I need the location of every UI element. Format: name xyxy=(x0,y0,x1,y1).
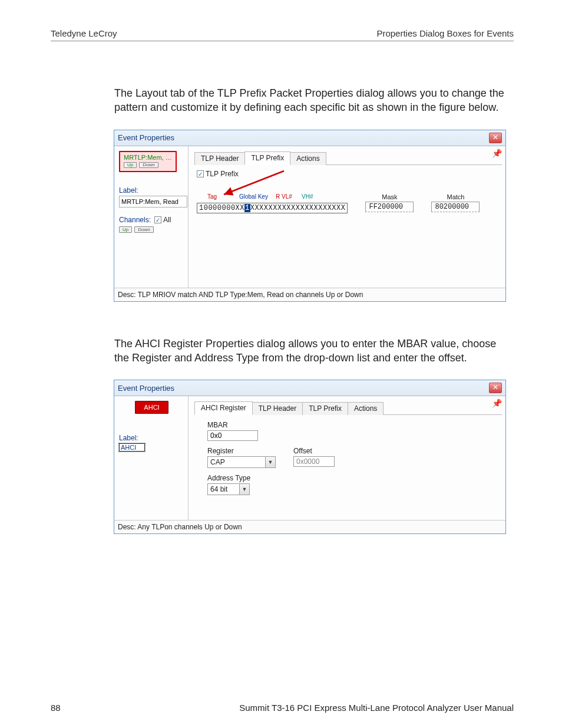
bit-label-globalkey: Global Key xyxy=(239,193,268,200)
event-label-input[interactable] xyxy=(119,196,187,207)
register-value: CAP xyxy=(208,458,265,466)
mbar-input[interactable] xyxy=(207,430,258,441)
tab-actions[interactable]: Actions xyxy=(348,402,384,415)
label-caption: Label: xyxy=(119,434,184,442)
manual-title: Summit T3-16 PCI Express Multi-Lane Prot… xyxy=(239,703,514,713)
checkbox-icon: ✓ xyxy=(197,170,204,177)
pin-icon[interactable]: 📌 xyxy=(492,398,502,408)
match-label: Match xyxy=(431,193,480,200)
dialog-tabs: AHCI Register TLP Header TLP Prefix Acti… xyxy=(194,401,502,415)
dialog-left-pane: AHCI Label: AHCI xyxy=(114,396,189,520)
match-column: Match 80200000 xyxy=(431,193,480,212)
page-footer: 88 Summit T3-16 PCI Express Multi-Lane P… xyxy=(51,703,514,713)
dialog-right-pane: 📌 AHCI Register TLP Header TLP Prefix Ac… xyxy=(189,396,505,520)
dialog-description: Desc: Any TLPon channels Up or Down xyxy=(114,520,505,533)
pin-icon[interactable]: 📌 xyxy=(492,149,502,158)
header-right: Properties Dialog Boxes for Events xyxy=(376,28,514,38)
mask-value[interactable]: FF200000 xyxy=(365,202,414,212)
event-badge-label: MRTLP:Mem, … xyxy=(124,154,172,161)
chevron-down-icon: ▼ xyxy=(265,457,275,467)
register-label: Register xyxy=(207,447,276,455)
addrtype-value: 64 bit xyxy=(208,485,239,493)
tab-ahci-register[interactable]: AHCI Register xyxy=(194,401,253,415)
addrtype-label: Address Type xyxy=(207,474,502,482)
close-icon[interactable]: ✕ xyxy=(489,133,502,143)
event-properties-dialog-ahci: Event Properties ✕ AHCI Label: AHCI 📌 AH… xyxy=(114,380,505,533)
event-badge-ahci[interactable]: AHCI xyxy=(135,401,168,414)
mbar-label: MBAR xyxy=(207,421,502,429)
dialog-right-pane: 📌 TLP Header TLP Prefix Actions ✓ TLP P xyxy=(189,146,505,288)
svg-line-0 xyxy=(224,171,284,195)
event-label-input[interactable]: AHCI xyxy=(119,443,145,452)
channels-up-button[interactable]: Up xyxy=(119,226,132,233)
direction-up-button[interactable]: Up xyxy=(124,162,137,169)
tab-tlp-prefix[interactable]: TLP Prefix xyxy=(244,151,290,165)
intro-paragraph-tlp: The Layout tab of the TLP Prefix Packet … xyxy=(114,86,514,115)
event-badge-tlp[interactable]: MRTLP:Mem, … Up Down xyxy=(119,151,177,173)
bit-pattern-field[interactable]: 10000000XX1XXXXXXXXXXXXXXXXXXXXX xyxy=(197,203,348,213)
chevron-down-icon: ▼ xyxy=(239,484,249,495)
addrtype-select[interactable]: 64 bit ▼ xyxy=(207,483,250,495)
close-icon[interactable]: ✕ xyxy=(489,383,502,393)
checkbox-icon: ✓ xyxy=(154,216,161,223)
channels-all-label: All xyxy=(163,216,171,224)
dialog-titlebar: Event Properties ✕ xyxy=(114,130,505,146)
mask-column: Mask FF200000 xyxy=(365,193,414,212)
register-select[interactable]: CAP ▼ xyxy=(207,456,276,468)
tab-tlp-prefix[interactable]: TLP Prefix xyxy=(302,402,348,415)
intro-paragraph-ahci: The AHCI Register Properties dialog allo… xyxy=(114,337,514,365)
offset-input xyxy=(293,456,335,467)
page-number: 88 xyxy=(51,703,61,713)
channels-down-button[interactable]: Down xyxy=(134,226,153,233)
bitfield-header-labels: Tag Global Key R VL# VH# xyxy=(197,193,348,203)
event-properties-dialog-tlp: Event Properties ✕ MRTLP:Mem, … Up Down … xyxy=(114,130,505,301)
bit-selected: 1 xyxy=(244,204,250,212)
offset-label: Offset xyxy=(293,447,335,455)
dialog-tabs: TLP Header TLP Prefix Actions xyxy=(194,151,502,165)
mask-label: Mask xyxy=(365,193,414,200)
header-left: Teledyne LeCroy xyxy=(51,28,117,38)
bit-label-tag: Tag xyxy=(207,193,217,200)
label-caption: Label: xyxy=(119,186,184,195)
tab-actions[interactable]: Actions xyxy=(290,152,326,165)
dialog-left-pane: MRTLP:Mem, … Up Down Label: Channels: ✓ … xyxy=(114,146,189,288)
bit-label-vh: VH# xyxy=(302,193,313,200)
direction-down-button[interactable]: Down xyxy=(139,162,158,169)
dialog-description: Desc: TLP MRIOV match AND TLP Type:Mem, … xyxy=(114,288,505,301)
tab-tlp-header[interactable]: TLP Header xyxy=(252,402,303,415)
match-value[interactable]: 80200000 xyxy=(431,202,480,212)
channels-caption: Channels: xyxy=(119,216,151,224)
bit-label-rvl: R VL# xyxy=(276,193,292,200)
page-header: Teledyne LeCroy Properties Dialog Boxes … xyxy=(51,28,514,41)
dialog-title-text: Event Properties xyxy=(118,133,489,142)
dialog-title-text: Event Properties xyxy=(118,384,489,393)
tab-tlp-header[interactable]: TLP Header xyxy=(194,152,245,165)
dialog-titlebar: Event Properties ✕ xyxy=(114,380,505,396)
channels-all-checkbox[interactable]: ✓ All xyxy=(154,216,171,224)
